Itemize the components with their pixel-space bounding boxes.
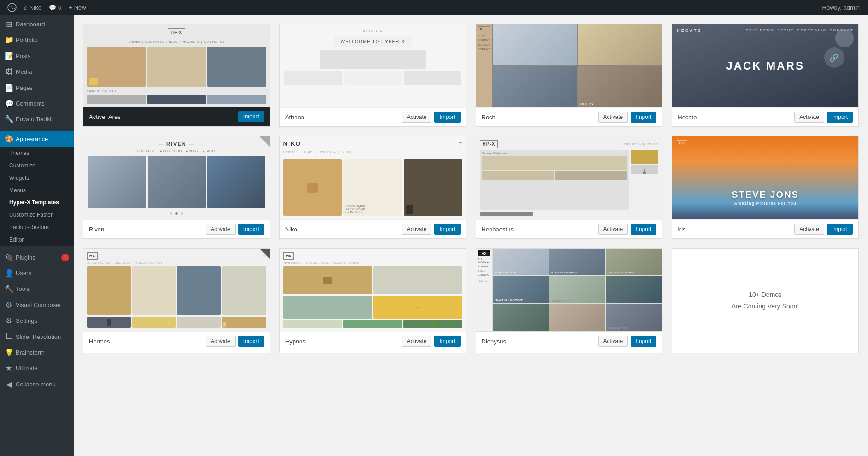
coming-soon-line1: 10+ Demos [732, 289, 799, 301]
sidebar-item-media[interactable]: 🖼 Media [0, 64, 74, 80]
theme-card-niko: NIKO ≡ HYPER-X|PLAY|HYPER-X ▸|STYLE Catt… [279, 136, 466, 239]
theme-grid: HF·X DRIVER|CONSTRAIN|BLOG|PROJECTS|CONT… [83, 24, 859, 353]
sidebar-item-users[interactable]: 👤 Users [0, 266, 74, 281]
theme-hephaestus-import-button[interactable]: Import [631, 224, 656, 235]
theme-hermes-import-button[interactable]: Import [238, 336, 264, 347]
sidebar-item-tools[interactable]: 🔨 Tools [0, 281, 74, 297]
theme-hypnos-import-button[interactable]: Import [434, 336, 460, 347]
sidebar-label-plugins: Plugins [16, 254, 35, 262]
sidebar-item-widgets[interactable]: Widgets [0, 172, 74, 184]
sidebar-item-pages[interactable]: 📄 Pages [0, 80, 74, 96]
sidebar-item-hyper-x-templates[interactable]: Hyper-X Templates [0, 196, 74, 209]
theme-athena-activate-button[interactable]: Activate [402, 112, 432, 123]
media-icon: 🖼 [5, 67, 13, 77]
theme-hypnos-footer: Hypnos Activate Import [280, 332, 466, 350]
sidebar-item-plugins[interactable]: 🔌 Plugins 1 [0, 250, 74, 266]
sidebar-label-comments: Comments [16, 100, 45, 108]
theme-iris-import-button[interactable]: Import [827, 224, 853, 235]
sidebar-item-brainstorm[interactable]: 💡 Brainstorm [0, 345, 74, 361]
comments-count: 0 [58, 4, 61, 11]
theme-iris-activate-button[interactable]: Activate [794, 224, 824, 235]
sidebar-label-pages: Pages [16, 84, 33, 92]
theme-riven-activate-button[interactable]: Activate [206, 224, 236, 235]
theme-hypnos-name: Hypnos [285, 338, 306, 345]
theme-thumb-hecate: HECATS EDIT DEMOSETUPPORTFOLIOCONTACT 🔗 … [672, 24, 858, 107]
theme-card-roch: R RENT PORTFOLIO JOURNAL CONTACT FILTERS [476, 24, 663, 127]
wp-logo-button[interactable] [4, 0, 20, 15]
sidebar-item-comments[interactable]: 💬 Comments [0, 96, 74, 112]
theme-athena-import-button[interactable]: Import [434, 112, 460, 123]
theme-riven-import-button[interactable]: Import [238, 224, 264, 235]
sidebar-item-menus[interactable]: Menus [0, 184, 74, 197]
plus-icon: + [69, 4, 72, 11]
sidebar-item-backup-restore[interactable]: Backup-Restore [0, 221, 74, 234]
sidebar-item-collapse[interactable]: ◀ Collapse menu [0, 377, 74, 392]
theme-riven-actions: Activate Import [206, 224, 264, 235]
topbar: ⌂ Nike 💬 0 + New Howdy, admin [0, 0, 868, 15]
theme-roch-activate-button[interactable]: Activate [598, 112, 628, 123]
sidebar-item-envato[interactable]: 🔧 Envato Toolkit [0, 112, 74, 127]
theme-thumb-iris: STEVE JONS Amazing Pictures For You HX [672, 136, 858, 219]
sidebar-label-appearance: Appearance [16, 135, 48, 143]
theme-niko-import-button[interactable]: Import [434, 224, 460, 235]
house-icon: ⌂ [24, 4, 28, 11]
theme-roch-footer: Roch Activate Import [476, 107, 662, 126]
theme-ares-import-button[interactable]: Import [238, 111, 264, 122]
theme-hecate-import-button[interactable]: Import [827, 112, 853, 123]
theme-hephaestus-footer: Hephaestus Activate Import [476, 219, 662, 238]
sidebar-item-portfolio[interactable]: 📁 Portfolio [0, 32, 74, 48]
theme-iris-footer: Iris Activate Import [672, 219, 858, 238]
theme-hecate-activate-button[interactable]: Activate [794, 112, 824, 123]
sidebar-item-customize[interactable]: Customize [0, 160, 74, 172]
theme-thumb-hermes: HX ≡ ALL WORK ▸PORTFOLIOBLOGPROJECTSCONT… [83, 249, 270, 332]
sidebar-item-slider-revolution[interactable]: 🎞 Slider Revolution [0, 329, 74, 344]
theme-card-athena: ATHENA WELLCOME TO HYPER-X Athena Activa… [279, 24, 466, 127]
theme-card-dionysus: HX ALL WORK ▸ PORTFOLIO BLOG CONTACT FIL… [476, 248, 663, 353]
users-icon: 👤 [5, 268, 13, 278]
site-name-button[interactable]: ⌂ Nike [20, 0, 45, 15]
theme-thumb-riven: — RIVEN — TEST DRIVE▸ PORTFOLIO▸ BLOG▸ P… [83, 136, 270, 219]
sidebar-label-slider: Slider Revolution [16, 333, 61, 341]
hermes-corner [260, 249, 270, 259]
sidebar-main-nav: ⊞ Dashboard 📁 Portfolio 📝 Posts 🖼 Media … [0, 15, 74, 130]
theme-niko-activate-button[interactable]: Activate [402, 224, 432, 235]
sidebar-item-posts[interactable]: 📝 Posts [0, 48, 74, 64]
sidebar-label-brainstorm: Brainstorm [16, 349, 45, 357]
appearance-icon: 🎨 [5, 134, 13, 144]
sidebar-item-settings[interactable]: ⚙ Settings [0, 313, 74, 329]
theme-hypnos-activate-button[interactable]: Activate [402, 336, 432, 347]
sidebar-label-hyper-x: Hyper-X Templates [9, 199, 59, 207]
sidebar: ⊞ Dashboard 📁 Portfolio 📝 Posts 🖼 Media … [0, 15, 74, 456]
sidebar-item-editor[interactable]: Editor [0, 234, 74, 246]
sidebar-label-portfolio: Portfolio [16, 36, 38, 44]
sidebar-label-visual-composer: Visual Composer [16, 301, 61, 309]
sidebar-item-appearance[interactable]: 🎨 Appearance [0, 131, 74, 147]
theme-dionysus-name: Dionysus [482, 338, 506, 345]
sidebar-item-ultimate[interactable]: ★ Ultimate [0, 361, 74, 376]
theme-dionysus-activate-button[interactable]: Activate [598, 336, 628, 347]
theme-iris-actions: Activate Import [794, 224, 853, 235]
theme-hermes-activate-button[interactable]: Activate [206, 336, 236, 347]
theme-hecate-footer: Hecate Activate Import [672, 107, 858, 126]
theme-hermes-name: Hermes [89, 338, 110, 345]
new-button[interactable]: + New [65, 0, 90, 15]
main-content: HF·X DRIVER|CONSTRAIN|BLOG|PROJECTS|CONT… [74, 15, 868, 456]
theme-dionysus-import-button[interactable]: Import [631, 336, 656, 347]
theme-thumb-roch: R RENT PORTFOLIO JOURNAL CONTACT FILTERS [476, 24, 662, 107]
portfolio-icon: 📁 [5, 35, 13, 45]
collapse-icon: ◀ [5, 379, 13, 390]
sidebar-item-visual-composer[interactable]: ⚙ Visual Composer [0, 297, 74, 313]
dashboard-icon: ⊞ [5, 19, 13, 30]
comments-button[interactable]: 💬 0 [45, 0, 65, 15]
sidebar-label-dashboard: Dashboard [16, 20, 45, 29]
sidebar-item-themes[interactable]: Themes [0, 147, 74, 160]
sidebar-item-customize-faster[interactable]: Customize Faster [0, 209, 74, 221]
theme-card-ares: HF·X DRIVER|CONSTRAIN|BLOG|PROJECTS|CONT… [83, 24, 270, 127]
theme-hephaestus-activate-button[interactable]: Activate [598, 224, 628, 235]
sidebar-item-dashboard[interactable]: ⊞ Dashboard [0, 17, 74, 32]
sidebar-label-customize-faster: Customize Faster [9, 211, 53, 219]
theme-niko-footer: Niko Activate Import [280, 219, 466, 238]
theme-roch-import-button[interactable]: Import [631, 112, 656, 123]
hecate-bg: HECATS EDIT DEMOSETUPPORTFOLIOCONTACT 🔗 … [672, 24, 858, 107]
tools-icon: 🔨 [5, 284, 13, 294]
